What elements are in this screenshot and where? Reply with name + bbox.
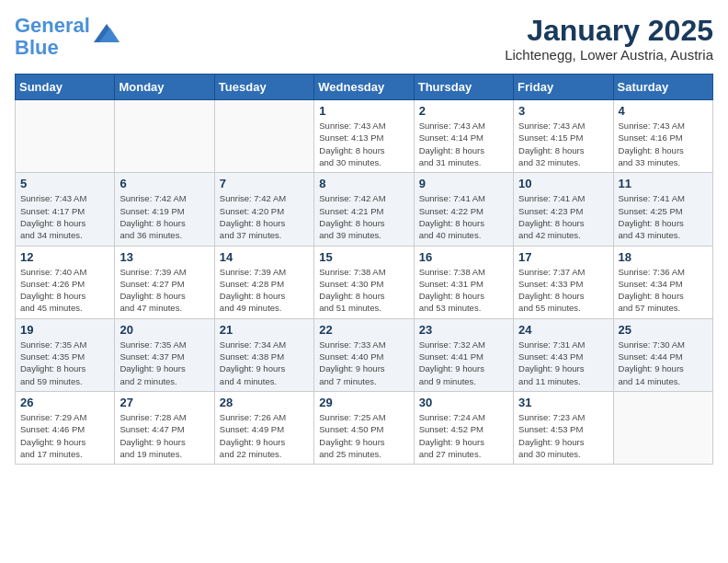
day-detail: Sunrise: 7:33 AMSunset: 4:40 PMDaylight:… xyxy=(319,339,408,387)
logo-blue: Blue xyxy=(15,36,59,59)
day-cell: 20Sunrise: 7:35 AMSunset: 4:37 PMDayligh… xyxy=(115,318,214,391)
day-cell xyxy=(16,100,115,173)
day-cell: 8Sunrise: 7:42 AMSunset: 4:21 PMDaylight… xyxy=(314,173,414,246)
day-cell: 22Sunrise: 7:33 AMSunset: 4:40 PMDayligh… xyxy=(314,318,414,391)
day-detail: Sunrise: 7:29 AMSunset: 4:46 PMDaylight:… xyxy=(20,411,109,460)
day-cell xyxy=(214,100,313,173)
title-section: January 2025 Lichtenegg, Lower Austria, … xyxy=(505,15,713,63)
day-cell: 25Sunrise: 7:30 AMSunset: 4:44 PMDayligh… xyxy=(613,318,712,391)
day-cell: 11Sunrise: 7:41 AMSunset: 4:25 PMDayligh… xyxy=(613,173,712,246)
location: Lichtenegg, Lower Austria, Austria xyxy=(505,47,713,63)
day-number: 23 xyxy=(419,323,508,337)
day-detail: Sunrise: 7:43 AMSunset: 4:16 PMDaylight:… xyxy=(619,120,708,168)
day-cell: 13Sunrise: 7:39 AMSunset: 4:27 PMDayligh… xyxy=(115,246,214,318)
day-detail: Sunrise: 7:38 AMSunset: 4:31 PMDaylight:… xyxy=(419,266,508,315)
day-number: 8 xyxy=(319,177,408,190)
day-cell: 2Sunrise: 7:43 AMSunset: 4:14 PMDaylight… xyxy=(414,100,513,173)
day-cell xyxy=(115,100,214,173)
day-number: 15 xyxy=(319,250,408,264)
day-number: 28 xyxy=(220,396,309,409)
day-cell: 7Sunrise: 7:42 AMSunset: 4:20 PMDaylight… xyxy=(214,173,313,246)
day-number: 19 xyxy=(20,323,109,337)
day-detail: Sunrise: 7:39 AMSunset: 4:28 PMDaylight:… xyxy=(220,266,309,315)
day-number: 27 xyxy=(119,396,209,409)
month-title: January 2025 xyxy=(505,15,713,47)
day-detail: Sunrise: 7:43 AMSunset: 4:13 PMDaylight:… xyxy=(319,120,408,168)
day-cell: 18Sunrise: 7:36 AMSunset: 4:34 PMDayligh… xyxy=(613,246,712,318)
day-cell: 27Sunrise: 7:28 AMSunset: 4:47 PMDayligh… xyxy=(115,391,214,464)
day-cell: 19Sunrise: 7:35 AMSunset: 4:35 PMDayligh… xyxy=(16,318,115,391)
day-number: 29 xyxy=(319,396,408,409)
day-detail: Sunrise: 7:38 AMSunset: 4:30 PMDaylight:… xyxy=(319,266,408,315)
day-detail: Sunrise: 7:37 AMSunset: 4:33 PMDaylight:… xyxy=(518,266,608,315)
day-number: 1 xyxy=(319,104,408,118)
day-detail: Sunrise: 7:32 AMSunset: 4:41 PMDaylight:… xyxy=(419,339,508,387)
day-cell: 28Sunrise: 7:26 AMSunset: 4:49 PMDayligh… xyxy=(214,391,313,464)
day-number: 16 xyxy=(419,250,508,264)
day-cell: 5Sunrise: 7:43 AMSunset: 4:17 PMDaylight… xyxy=(16,173,115,246)
day-number: 11 xyxy=(619,177,708,190)
day-detail: Sunrise: 7:41 AMSunset: 4:25 PMDaylight:… xyxy=(619,192,708,241)
day-number: 31 xyxy=(518,396,608,409)
day-detail: Sunrise: 7:41 AMSunset: 4:22 PMDaylight:… xyxy=(419,192,508,241)
day-detail: Sunrise: 7:30 AMSunset: 4:44 PMDaylight:… xyxy=(619,339,708,387)
day-detail: Sunrise: 7:41 AMSunset: 4:23 PMDaylight:… xyxy=(518,192,608,241)
day-cell: 1Sunrise: 7:43 AMSunset: 4:13 PMDaylight… xyxy=(314,100,414,173)
week-row-1: 5Sunrise: 7:43 AMSunset: 4:17 PMDaylight… xyxy=(16,173,713,246)
day-number: 9 xyxy=(419,177,508,190)
day-detail: Sunrise: 7:24 AMSunset: 4:52 PMDaylight:… xyxy=(419,411,508,460)
day-header-tuesday: Tuesday xyxy=(214,75,313,100)
day-number: 30 xyxy=(419,396,508,409)
day-cell: 31Sunrise: 7:23 AMSunset: 4:53 PMDayligh… xyxy=(514,391,613,464)
day-number: 4 xyxy=(619,104,708,118)
day-cell: 26Sunrise: 7:29 AMSunset: 4:46 PMDayligh… xyxy=(16,391,115,464)
day-detail: Sunrise: 7:40 AMSunset: 4:26 PMDaylight:… xyxy=(20,266,109,315)
day-number: 5 xyxy=(20,177,109,190)
day-header-friday: Friday xyxy=(514,75,613,100)
day-header-wednesday: Wednesday xyxy=(314,75,414,100)
day-cell: 12Sunrise: 7:40 AMSunset: 4:26 PMDayligh… xyxy=(16,246,115,318)
day-number: 14 xyxy=(220,250,309,264)
day-number: 10 xyxy=(518,177,608,190)
day-number: 24 xyxy=(518,323,608,337)
day-detail: Sunrise: 7:42 AMSunset: 4:20 PMDaylight:… xyxy=(220,192,309,241)
day-cell: 23Sunrise: 7:32 AMSunset: 4:41 PMDayligh… xyxy=(414,318,513,391)
day-number: 26 xyxy=(20,396,109,409)
day-detail: Sunrise: 7:35 AMSunset: 4:37 PMDaylight:… xyxy=(119,339,209,387)
day-header-thursday: Thursday xyxy=(414,75,513,100)
day-cell: 24Sunrise: 7:31 AMSunset: 4:43 PMDayligh… xyxy=(514,318,613,391)
logo-icon xyxy=(94,22,119,42)
day-detail: Sunrise: 7:36 AMSunset: 4:34 PMDaylight:… xyxy=(619,266,708,315)
day-detail: Sunrise: 7:39 AMSunset: 4:27 PMDaylight:… xyxy=(119,266,209,315)
day-detail: Sunrise: 7:28 AMSunset: 4:47 PMDaylight:… xyxy=(119,411,209,460)
day-header-saturday: Saturday xyxy=(613,75,712,100)
day-number: 21 xyxy=(220,323,309,337)
day-header-sunday: Sunday xyxy=(16,75,115,100)
day-number: 17 xyxy=(518,250,608,264)
day-detail: Sunrise: 7:43 AMSunset: 4:15 PMDaylight:… xyxy=(518,120,608,168)
day-cell: 17Sunrise: 7:37 AMSunset: 4:33 PMDayligh… xyxy=(514,246,613,318)
day-cell: 15Sunrise: 7:38 AMSunset: 4:30 PMDayligh… xyxy=(314,246,414,318)
day-cell xyxy=(613,391,712,464)
day-detail: Sunrise: 7:25 AMSunset: 4:50 PMDaylight:… xyxy=(319,411,408,460)
day-detail: Sunrise: 7:42 AMSunset: 4:19 PMDaylight:… xyxy=(119,192,209,241)
day-number: 20 xyxy=(119,323,209,337)
day-number: 7 xyxy=(220,177,309,190)
day-detail: Sunrise: 7:31 AMSunset: 4:43 PMDaylight:… xyxy=(518,339,608,387)
day-cell: 9Sunrise: 7:41 AMSunset: 4:22 PMDaylight… xyxy=(414,173,513,246)
day-detail: Sunrise: 7:42 AMSunset: 4:21 PMDaylight:… xyxy=(319,192,408,241)
day-detail: Sunrise: 7:34 AMSunset: 4:38 PMDaylight:… xyxy=(220,339,309,387)
calendar-table: SundayMondayTuesdayWednesdayThursdayFrid… xyxy=(15,74,713,465)
day-cell: 3Sunrise: 7:43 AMSunset: 4:15 PMDaylight… xyxy=(514,100,613,173)
day-cell: 21Sunrise: 7:34 AMSunset: 4:38 PMDayligh… xyxy=(214,318,313,391)
week-row-3: 19Sunrise: 7:35 AMSunset: 4:35 PMDayligh… xyxy=(16,318,713,391)
day-number: 12 xyxy=(20,250,109,264)
day-cell: 6Sunrise: 7:42 AMSunset: 4:19 PMDaylight… xyxy=(115,173,214,246)
day-number: 18 xyxy=(619,250,708,264)
day-number: 22 xyxy=(319,323,408,337)
day-cell: 30Sunrise: 7:24 AMSunset: 4:52 PMDayligh… xyxy=(414,391,513,464)
week-row-4: 26Sunrise: 7:29 AMSunset: 4:46 PMDayligh… xyxy=(16,391,713,464)
day-cell: 29Sunrise: 7:25 AMSunset: 4:50 PMDayligh… xyxy=(314,391,414,464)
day-cell: 14Sunrise: 7:39 AMSunset: 4:28 PMDayligh… xyxy=(214,246,313,318)
day-number: 2 xyxy=(419,104,508,118)
